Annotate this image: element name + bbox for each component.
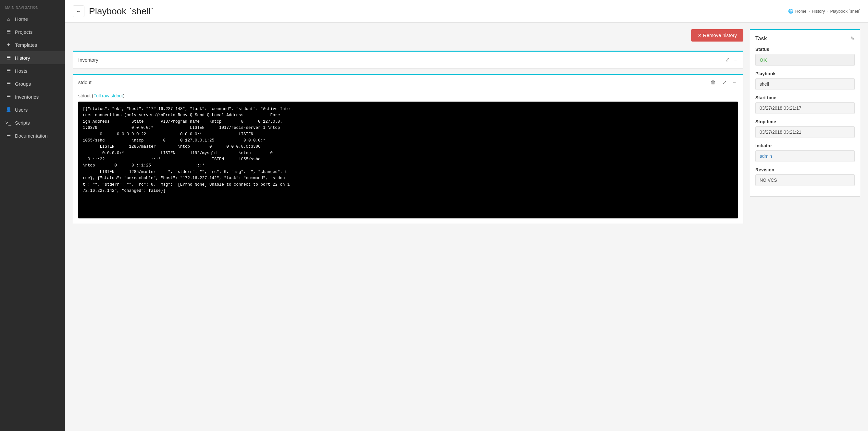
remove-history-button[interactable]: ✕ Remove history: [691, 29, 743, 41]
sidebar-item-label: Documentation: [15, 133, 48, 138]
sidebar-item-label: Users: [15, 107, 28, 113]
status-field: Status OK: [755, 47, 855, 66]
projects-icon: ☰: [5, 29, 12, 35]
breadcrumb-history-link[interactable]: History: [812, 9, 825, 13]
sidebar-item-scripts[interactable]: ≻_ Scripts: [0, 116, 65, 129]
inventories-icon: ☰: [5, 94, 12, 100]
playbook-label: Playbook: [755, 71, 855, 76]
stop-time-label: Stop time: [755, 119, 855, 124]
title-area: ← Playbook `shell`: [73, 5, 154, 17]
sidebar-item-groups[interactable]: ☰ Groups: [0, 77, 65, 90]
breadcrumb: 🌐 Home › History › Playbook `shell`: [788, 9, 860, 13]
history-icon: ☰: [5, 55, 12, 61]
sidebar-item-label: Scripts: [15, 120, 30, 126]
sidebar-item-label: Inventories: [15, 94, 39, 100]
content-area: ✕ Remove history Inventory ⤢ ＋ stdout 🗑 …: [65, 23, 868, 431]
nav-label: MAIN NAVIGATION: [0, 0, 65, 13]
sidebar-item-home[interactable]: ⌂ Home: [0, 13, 65, 25]
main-content: ← Playbook `shell` 🌐 Home › History › Pl…: [65, 0, 868, 431]
revision-field: Revision NO VCS: [755, 167, 855, 186]
sidebar-item-documentation[interactable]: ☰ Documentation: [0, 129, 65, 142]
stdout-subtitle-text: stdout (: [78, 93, 93, 98]
stdout-expand-button[interactable]: ⤢: [720, 79, 728, 86]
status-value: OK: [755, 54, 855, 66]
hosts-icon: ☰: [5, 68, 12, 74]
terminal-output: [{"status": "ok", "host": "172.16.227.14…: [78, 101, 738, 218]
stdout-content: stdout (Full raw stdout) [{"status": "ok…: [73, 90, 743, 224]
task-panel-title: Task: [755, 36, 767, 41]
start-time-field: Start time 03/27/2018 03:21:17: [755, 95, 855, 114]
stdout-title: stdout: [78, 80, 92, 85]
initiator-label: Initiator: [755, 143, 855, 148]
playbook-field: Playbook shell: [755, 71, 855, 90]
stop-time-value: 03/27/2018 03:21:21: [755, 126, 855, 138]
sidebar-item-label: Groups: [15, 81, 31, 87]
sidebar-item-label: Hosts: [15, 68, 27, 74]
stdout-subtitle-close: ): [123, 93, 125, 98]
start-time-label: Start time: [755, 95, 855, 100]
inventory-panel: Inventory ⤢ ＋: [73, 51, 743, 68]
sidebar: MAIN NAVIGATION ⌂ Home ☰ Projects ✦ Temp…: [0, 0, 65, 431]
playbook-value: shell: [755, 78, 855, 90]
inventory-actions: ⤢ ＋: [725, 56, 738, 64]
revision-label: Revision: [755, 167, 855, 172]
task-edit-button[interactable]: ✎: [850, 35, 855, 41]
inventory-add-button[interactable]: ＋: [732, 56, 738, 64]
stdout-header: stdout 🗑 ⤢ −: [73, 75, 743, 90]
sidebar-item-label: Home: [15, 16, 28, 22]
sidebar-item-label: History: [15, 55, 30, 61]
task-panel: Task ✎ Status OK Playbook shell Start ti…: [750, 29, 860, 197]
breadcrumb-sep1: ›: [808, 9, 810, 13]
breadcrumb-sep2: ›: [827, 9, 828, 13]
start-time-value: 03/27/2018 03:21:17: [755, 102, 855, 114]
sidebar-item-history[interactable]: ☰ History: [0, 51, 65, 64]
templates-icon: ✦: [5, 42, 12, 48]
initiator-value[interactable]: admin: [755, 150, 855, 162]
home-icon: ⌂: [5, 16, 12, 22]
left-column: ✕ Remove history Inventory ⤢ ＋ stdout 🗑 …: [73, 29, 743, 425]
revision-value: NO VCS: [755, 174, 855, 186]
task-panel-header: Task ✎: [755, 35, 855, 41]
stop-time-field: Stop time 03/27/2018 03:21:21: [755, 119, 855, 138]
breadcrumb-home-link[interactable]: Home: [795, 9, 807, 13]
status-label: Status: [755, 47, 855, 52]
back-button[interactable]: ←: [73, 5, 84, 17]
scripts-icon: ≻_: [5, 120, 12, 126]
sidebar-item-templates[interactable]: ✦ Templates: [0, 38, 65, 51]
full-raw-stdout-link[interactable]: Full raw stdout: [93, 93, 123, 98]
sidebar-item-projects[interactable]: ☰ Projects: [0, 25, 65, 38]
inventory-expand-button[interactable]: ⤢: [725, 56, 730, 64]
inventory-label: Inventory: [78, 57, 98, 63]
page-title: Playbook `shell`: [89, 6, 154, 17]
page-header: ← Playbook `shell` 🌐 Home › History › Pl…: [65, 0, 868, 23]
breadcrumb-home-icon: 🌐: [788, 9, 793, 13]
users-icon: 👤: [5, 107, 12, 113]
documentation-icon: ☰: [5, 133, 12, 138]
stdout-collapse-button[interactable]: −: [731, 79, 738, 86]
sidebar-item-hosts[interactable]: ☰ Hosts: [0, 64, 65, 77]
right-column: Task ✎ Status OK Playbook shell Start ti…: [750, 29, 860, 425]
stdout-delete-button[interactable]: 🗑: [709, 79, 718, 86]
sidebar-item-inventories[interactable]: ☰ Inventories: [0, 90, 65, 103]
stdout-panel: stdout 🗑 ⤢ − stdout (Full raw stdout) [{…: [73, 74, 743, 224]
initiator-field: Initiator admin: [755, 143, 855, 162]
sidebar-item-users[interactable]: 👤 Users: [0, 103, 65, 116]
stdout-actions: 🗑 ⤢ −: [709, 79, 738, 86]
sidebar-item-label: Projects: [15, 29, 32, 35]
groups-icon: ☰: [5, 81, 12, 87]
sidebar-item-label: Templates: [15, 42, 37, 48]
stdout-subtitle: stdout (Full raw stdout): [78, 93, 738, 98]
breadcrumb-current: Playbook `shell`: [830, 9, 861, 13]
